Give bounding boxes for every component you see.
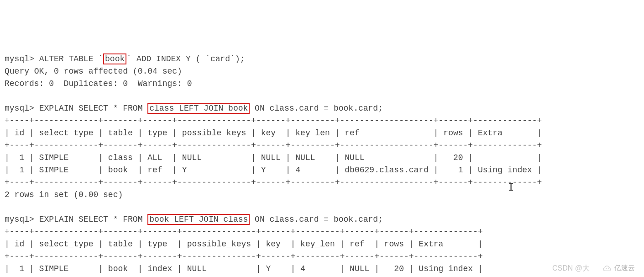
cmd-text: ON class.card = book.card;: [250, 215, 383, 224]
highlight-join1: class LEFT JOIN book: [147, 103, 250, 114]
output-line: 2 rows in set (0.00 sec): [5, 190, 123, 199]
mysql-prompt: mysql>: [5, 215, 39, 224]
table-row: | 1 | SIMPLE | book | index | NULL | Y |…: [5, 264, 483, 273]
text-cursor-icon: 𝙸: [508, 181, 514, 196]
table-row: | 1 | SIMPLE | book | ref | Y | Y | 4 | …: [5, 165, 542, 175]
cmd-text: EXPLAIN SELECT * FROM: [39, 215, 148, 224]
table-border: +----+-------------+-------+-------+----…: [5, 227, 483, 236]
watermark-logo-text: 亿速云: [614, 263, 635, 273]
output-line: Records: 0 Duplicates: 0 Warnings: 0: [5, 79, 192, 88]
cloud-icon: [602, 264, 613, 272]
svg-point-0: [606, 268, 607, 269]
watermark-logo: 亿速云: [602, 263, 635, 273]
cmd-text: ALTER TABLE `: [39, 54, 103, 64]
table-border: +----+-------------+-------+------+-----…: [5, 178, 542, 187]
table-header: | id | select_type | table | type | poss…: [5, 240, 483, 249]
mysql-prompt: mysql>: [5, 54, 39, 64]
cmd-text: EXPLAIN SELECT * FROM: [39, 104, 148, 113]
highlight-join2: book LEFT JOIN class: [147, 214, 250, 225]
table-header: | id | select_type | table | type | poss…: [5, 128, 542, 138]
table-border: +----+-------------+-------+------+-----…: [5, 141, 542, 150]
table-border: +----+-------------+-------+-------+----…: [5, 252, 483, 261]
mysql-prompt: mysql>: [5, 104, 39, 113]
table-border: +----+-------------+-------+------+-----…: [5, 116, 542, 125]
highlight-book: book: [103, 53, 126, 64]
table-row: | 1 | SIMPLE | class | ALL | NULL | NULL…: [5, 153, 542, 162]
output-line: Query OK, 0 rows affected (0.04 sec): [5, 67, 182, 76]
cmd-text: ON class.card = book.card;: [250, 104, 383, 113]
svg-point-1: [608, 268, 609, 269]
cmd-text: ` ADD INDEX Y ( `card`);: [126, 54, 245, 64]
watermark-csdn: CSDN @大: [552, 263, 590, 274]
